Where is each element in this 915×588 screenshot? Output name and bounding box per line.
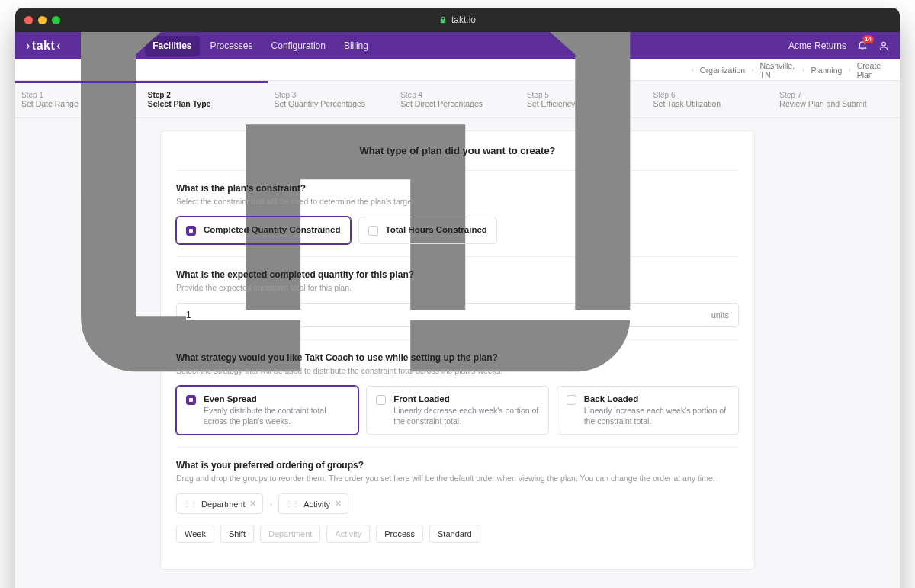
option-desc: Linearly increase each week's portion of…: [584, 405, 729, 426]
drag-handle-icon: ⋮⋮: [285, 500, 299, 508]
chevron-right-icon: ›: [269, 500, 272, 509]
step-label: Set Efficiency: [527, 99, 641, 108]
strategy-option[interactable]: Back LoadedLinearly increase each week's…: [557, 386, 739, 435]
option-title: Front Loaded: [393, 394, 538, 403]
option-desc: Linearly decrease each week's portion of…: [393, 405, 538, 426]
checkbox-icon: [186, 395, 196, 405]
breadcrumb-item[interactable]: Planning: [811, 66, 842, 75]
step-7[interactable]: Step 7Review Plan and Submit: [773, 81, 900, 117]
option-title: Back Loaded: [584, 394, 729, 403]
titlebar: takt.io: [15, 8, 900, 32]
step-3[interactable]: Step 3Set Quantity Percentages: [268, 81, 394, 117]
constraint-option[interactable]: Completed Quantity Constrained: [176, 217, 351, 244]
option-label: Total Hours Constrained: [386, 225, 487, 234]
checkbox-icon: [376, 395, 386, 405]
quantity-input[interactable]: [186, 310, 711, 320]
notification-count: 14: [862, 35, 874, 43]
strategy-options: Even SpreadEvenly distribute the contrai…: [176, 386, 739, 435]
available-group-chip[interactable]: Week: [176, 525, 214, 543]
chevron-right-icon: ›: [848, 66, 850, 74]
step-label: Set Date Range: [21, 99, 136, 108]
account-name[interactable]: Acme Returns: [788, 40, 846, 51]
browser-window: takt.io takt OrganizationFacilitiesProce…: [15, 8, 900, 588]
step-label: Select Plan Type: [148, 99, 262, 108]
step-label: Set Quantity Percentages: [274, 99, 388, 108]
constraint-option[interactable]: Total Hours Constrained: [358, 217, 497, 244]
remove-icon[interactable]: ✕: [249, 499, 256, 509]
available-group-chip[interactable]: Process: [376, 525, 423, 543]
group-chip[interactable]: ⋮⋮Activity✕: [278, 493, 348, 514]
notifications-button[interactable]: 14: [857, 40, 868, 53]
chevron-right-icon: ›: [751, 66, 753, 74]
option-title: Even Spread: [204, 394, 348, 403]
traffic-lights: [24, 16, 60, 24]
address-bar[interactable]: takt.io: [439, 14, 476, 25]
breadcrumb-item[interactable]: Organization: [700, 66, 746, 75]
user-icon[interactable]: [878, 40, 889, 51]
breadcrumb-item[interactable]: Create Plan: [857, 61, 889, 79]
step-1[interactable]: Step 1Set Date Range: [15, 81, 142, 117]
selected-groups: ⋮⋮Department✕›⋮⋮Activity✕: [176, 493, 739, 514]
step-2[interactable]: Step 2Select Plan Type: [142, 81, 268, 117]
step-5[interactable]: Step 5Set Efficiency: [521, 81, 647, 117]
section-heading: What is your preferred ordering of group…: [176, 460, 739, 471]
step-num: Step 5: [527, 91, 641, 99]
chevron-right-icon: ›: [691, 66, 693, 74]
step-label: Set Task Utilization: [653, 99, 768, 108]
available-groups: WeekShiftDepartmentActivityProcessStanda…: [176, 525, 739, 543]
step-label: Set Direct Percentages: [400, 99, 515, 108]
chip-label: Department: [201, 500, 245, 509]
step-6[interactable]: Step 6Set Task Utilization: [647, 81, 774, 117]
lock-icon: [439, 16, 447, 24]
checkbox-icon: [567, 395, 576, 405]
checkbox-icon: [186, 226, 196, 236]
quantity-suffix: units: [711, 310, 729, 320]
section-subtext: Drag and drop the groups to reorder them…: [176, 474, 739, 483]
step-num: Step 3: [274, 91, 388, 99]
step-num: Step 4: [400, 91, 515, 99]
chip-label: Activity: [303, 500, 330, 509]
step-num: Step 7: [779, 91, 894, 99]
window-maximize[interactable]: [52, 16, 60, 24]
strategy-option[interactable]: Front LoadedLinearly decrease each week'…: [366, 386, 548, 435]
available-group-chip: Department: [260, 525, 320, 543]
available-group-chip: Activity: [326, 525, 370, 543]
window-minimize[interactable]: [38, 16, 47, 24]
drag-handle-icon: ⋮⋮: [183, 500, 197, 508]
breadcrumb: ›Organization›Nashville, TN›Planning›Cre…: [15, 59, 900, 81]
step-num: Step 6: [653, 91, 768, 99]
remove-icon[interactable]: ✕: [335, 499, 342, 509]
svg-point-0: [882, 42, 886, 46]
option-label: Completed Quantity Constrained: [204, 225, 341, 234]
section-groups: What is your preferred ordering of group…: [176, 447, 739, 555]
step-num: Step 2: [148, 91, 262, 99]
group-chip[interactable]: ⋮⋮Department✕: [176, 493, 263, 514]
breadcrumb-item[interactable]: Nashville, TN: [760, 61, 797, 79]
step-label: Review Plan and Submit: [779, 99, 894, 108]
step-4[interactable]: Step 4Set Direct Percentages: [394, 81, 521, 117]
strategy-option[interactable]: Even SpreadEvenly distribute the contrai…: [176, 386, 358, 435]
step-num: Step 1: [21, 91, 136, 99]
checkbox-icon: [368, 226, 378, 236]
window-close[interactable]: [24, 16, 33, 24]
chevron-right-icon: ›: [802, 66, 804, 74]
option-desc: Evenly distribute the contraint total ac…: [204, 405, 348, 426]
available-group-chip[interactable]: Shift: [220, 525, 254, 543]
stepper: Step 1Set Date RangeStep 2Select Plan Ty…: [15, 81, 900, 118]
url-text: takt.io: [451, 14, 476, 25]
available-group-chip[interactable]: Standard: [429, 525, 480, 543]
